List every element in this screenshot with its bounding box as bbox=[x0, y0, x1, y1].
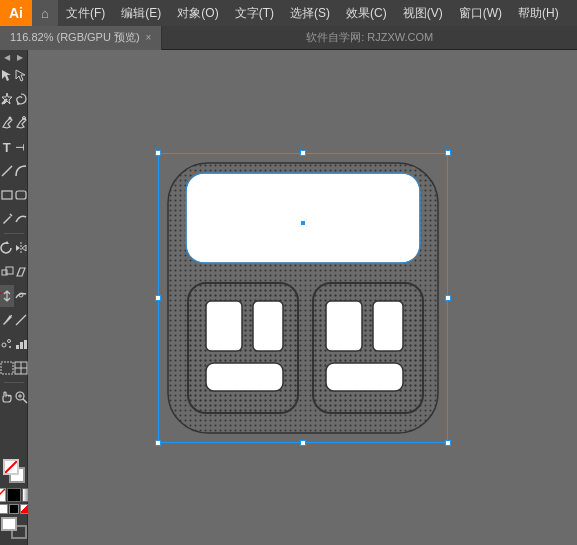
svg-line-33 bbox=[0, 489, 5, 501]
tool-row-chart bbox=[0, 332, 27, 356]
svg-rect-39 bbox=[206, 301, 242, 351]
svg-rect-24 bbox=[1, 362, 13, 374]
menu-type[interactable]: 文字(T) bbox=[227, 0, 282, 26]
measure-tool[interactable] bbox=[14, 309, 28, 331]
svg-rect-21 bbox=[16, 345, 19, 349]
symbol-sprayer-tool[interactable] bbox=[0, 333, 14, 355]
menu-bar: Ai ⌂ 文件(F) 编辑(E) 对象(O) 文字(T) 选择(S) 效果(C)… bbox=[0, 0, 577, 26]
svg-point-2 bbox=[17, 103, 19, 105]
color-indicator[interactable] bbox=[7, 488, 21, 502]
canvas-area[interactable] bbox=[28, 50, 577, 545]
smooth-tool[interactable] bbox=[14, 208, 28, 230]
shear-tool[interactable] bbox=[14, 261, 28, 283]
tool-row-hand bbox=[0, 385, 27, 409]
rotate-tool[interactable] bbox=[0, 237, 14, 259]
tab-close-button[interactable]: × bbox=[146, 32, 152, 43]
selection-tool[interactable] bbox=[0, 64, 14, 86]
svg-line-29 bbox=[23, 399, 27, 403]
menu-object[interactable]: 对象(O) bbox=[169, 0, 226, 26]
chart-tool[interactable] bbox=[14, 333, 28, 355]
tool-row-wand bbox=[0, 87, 27, 111]
scale-tool[interactable] bbox=[0, 261, 14, 283]
black-swatch[interactable] bbox=[9, 504, 19, 514]
fill-color-box[interactable] bbox=[3, 459, 19, 475]
svg-point-18 bbox=[2, 343, 6, 347]
tool-row-pencil bbox=[0, 207, 27, 231]
tool-row-rotate bbox=[0, 236, 27, 260]
tab-bar: 116.82% (RGB/GPU 预览) × 软件自学网: RJZXW.COM bbox=[0, 26, 577, 50]
svg-rect-45 bbox=[326, 363, 403, 391]
fill-stroke-area bbox=[1, 457, 27, 485]
svg-rect-37 bbox=[301, 221, 305, 225]
none-indicator[interactable] bbox=[0, 488, 6, 502]
tool-indicator bbox=[0, 287, 2, 301]
tool-row-eyedropper bbox=[0, 308, 27, 332]
svg-rect-23 bbox=[24, 340, 27, 349]
svg-point-20 bbox=[9, 346, 11, 348]
app-logo: Ai bbox=[0, 0, 32, 26]
toolbar-scroll-up[interactable]: ◀▶ bbox=[0, 52, 27, 63]
menu-view[interactable]: 视图(V) bbox=[395, 0, 451, 26]
svg-line-32 bbox=[5, 461, 17, 473]
svg-marker-13 bbox=[0, 287, 2, 299]
tab-label: 116.82% (RGB/GPU 预览) bbox=[10, 30, 140, 45]
artboard-tool[interactable] bbox=[0, 357, 14, 379]
svg-rect-40 bbox=[253, 301, 283, 351]
tool-row-scale bbox=[0, 260, 27, 284]
vertical-type-tool[interactable]: T bbox=[14, 136, 28, 158]
svg-rect-7 bbox=[16, 191, 26, 199]
tool-row-selection bbox=[0, 63, 27, 87]
zoom-tool[interactable] bbox=[14, 386, 28, 408]
svg-rect-22 bbox=[20, 342, 23, 349]
direct-selection-tool[interactable] bbox=[14, 64, 28, 86]
eyedropper-tool[interactable] bbox=[0, 309, 14, 331]
menu-file[interactable]: 文件(F) bbox=[58, 0, 113, 26]
svg-rect-44 bbox=[373, 301, 403, 351]
rectangle-tool[interactable] bbox=[0, 184, 14, 206]
menu-effect[interactable]: 效果(C) bbox=[338, 0, 395, 26]
svg-rect-36 bbox=[186, 173, 420, 263]
magic-wand-tool[interactable] bbox=[0, 88, 14, 110]
watermark-text: 软件自学网: RJZXW.COM bbox=[162, 30, 577, 45]
slice-tool[interactable] bbox=[14, 357, 28, 379]
divider-1 bbox=[4, 233, 24, 234]
menu-items: 文件(F) 编辑(E) 对象(O) 文字(T) 选择(S) 效果(C) 视图(V… bbox=[58, 0, 577, 26]
tool-row-pen bbox=[0, 111, 27, 135]
tool-row-line bbox=[0, 159, 27, 183]
svg-rect-43 bbox=[326, 301, 362, 351]
menu-window[interactable]: 窗口(W) bbox=[451, 0, 510, 26]
arc-tool[interactable] bbox=[14, 160, 28, 182]
screen-mode-area bbox=[1, 517, 27, 539]
menu-select[interactable]: 选择(S) bbox=[282, 0, 338, 26]
svg-line-17 bbox=[16, 323, 18, 325]
hand-tool[interactable] bbox=[0, 386, 14, 408]
screen-mode-boxes[interactable] bbox=[1, 517, 27, 539]
menu-edit[interactable]: 编辑(E) bbox=[113, 0, 169, 26]
width-tool[interactable] bbox=[0, 285, 14, 307]
tool-row-type: T T bbox=[0, 135, 27, 159]
menu-help[interactable]: 帮助(H) bbox=[510, 0, 567, 26]
reflect-tool[interactable] bbox=[14, 237, 28, 259]
tool-row-rect bbox=[0, 183, 27, 207]
anchor-point-tool[interactable] bbox=[14, 112, 28, 134]
selection-container bbox=[158, 153, 448, 443]
svg-rect-41 bbox=[206, 363, 283, 391]
svg-point-3 bbox=[8, 117, 11, 120]
rounded-rect-tool[interactable] bbox=[14, 184, 28, 206]
pencil-tool[interactable] bbox=[0, 208, 14, 230]
artboard-container bbox=[158, 153, 448, 443]
svg-point-19 bbox=[7, 340, 10, 343]
line-tool[interactable] bbox=[0, 160, 14, 182]
home-button[interactable]: ⌂ bbox=[32, 0, 58, 26]
color-swatches-row bbox=[0, 504, 30, 514]
svg-line-8 bbox=[10, 214, 12, 216]
canvas-svg bbox=[158, 153, 448, 443]
warp-tool[interactable] bbox=[14, 285, 28, 307]
pen-tool[interactable] bbox=[0, 112, 14, 134]
type-tool[interactable]: T bbox=[0, 136, 14, 158]
tool-row-artboard bbox=[0, 356, 27, 380]
lasso-tool[interactable] bbox=[14, 88, 28, 110]
document-tab[interactable]: 116.82% (RGB/GPU 预览) × bbox=[0, 26, 162, 50]
white-swatch[interactable] bbox=[0, 504, 8, 514]
svg-line-5 bbox=[2, 166, 12, 176]
